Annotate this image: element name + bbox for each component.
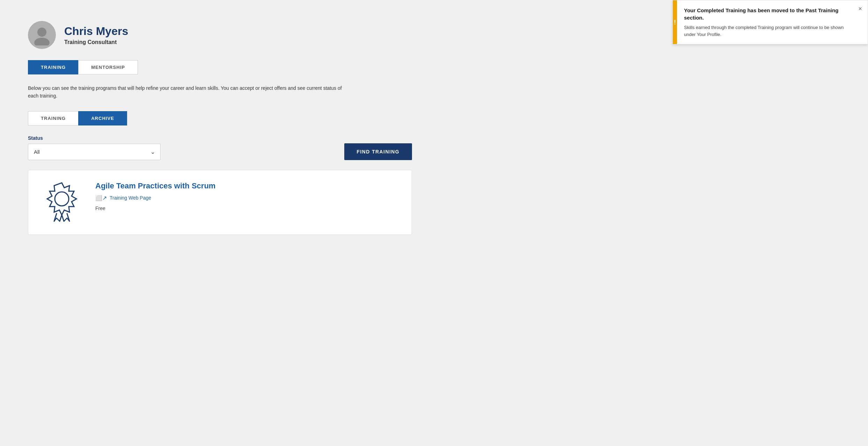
status-select-wrapper: All Active Completed Pending ⌄ (28, 144, 161, 160)
subtab-training[interactable]: TRAINING (28, 111, 78, 125)
badge-svg-icon (44, 181, 79, 223)
svg-point-1 (34, 38, 50, 45)
external-link-icon: ⬜↗ (95, 195, 107, 201)
top-tabs: TRAINING MENTORSHIP (28, 60, 840, 74)
svg-marker-2 (47, 183, 76, 215)
avatar-icon (31, 24, 52, 45)
profile-role: Training Consultant (64, 39, 128, 45)
notification-title: Your Completed Training has been moved t… (684, 7, 846, 21)
avatar (28, 21, 56, 49)
exclamation-icon: ! (674, 19, 676, 26)
description-text: Below you can see the training programs … (28, 84, 342, 100)
training-link-text: Training Web Page (110, 195, 151, 201)
training-card-price: Free (95, 206, 399, 211)
training-badge-icon (41, 181, 83, 223)
profile-name: Chris Myers (64, 24, 128, 38)
status-select[interactable]: All Active Completed Pending (28, 144, 161, 160)
find-training-button[interactable]: FIND TRAINING (344, 143, 412, 160)
filter-group: Status All Active Completed Pending ⌄ (28, 135, 161, 160)
training-card-body: Agile Team Practices with Scrum ⬜↗ Train… (95, 181, 399, 211)
svg-line-7 (62, 215, 64, 221)
notification-body: Your Completed Training has been moved t… (677, 0, 853, 44)
svg-point-0 (37, 28, 46, 37)
tab-training[interactable]: TRAINING (28, 60, 78, 74)
tab-mentorship[interactable]: MENTORSHIP (78, 60, 138, 74)
notification-banner: ! Your Completed Training has been moved… (672, 0, 868, 44)
status-label: Status (28, 135, 161, 141)
filter-row: Status All Active Completed Pending ⌄ FI… (28, 135, 412, 160)
svg-line-6 (60, 215, 62, 221)
notification-close-button[interactable]: × (853, 0, 868, 17)
profile-info: Chris Myers Training Consultant (64, 24, 128, 45)
notification-text: Skills earned through the completed Trai… (684, 24, 846, 38)
training-web-page-link[interactable]: ⬜↗ Training Web Page (95, 195, 399, 201)
subtab-archive[interactable]: ARCHIVE (78, 111, 127, 125)
svg-point-3 (55, 192, 69, 206)
sub-tabs: TRAINING ARCHIVE (28, 111, 840, 125)
training-card: Agile Team Practices with Scrum ⬜↗ Train… (28, 170, 412, 235)
notification-accent: ! (673, 0, 677, 44)
training-card-title: Agile Team Practices with Scrum (95, 181, 399, 190)
